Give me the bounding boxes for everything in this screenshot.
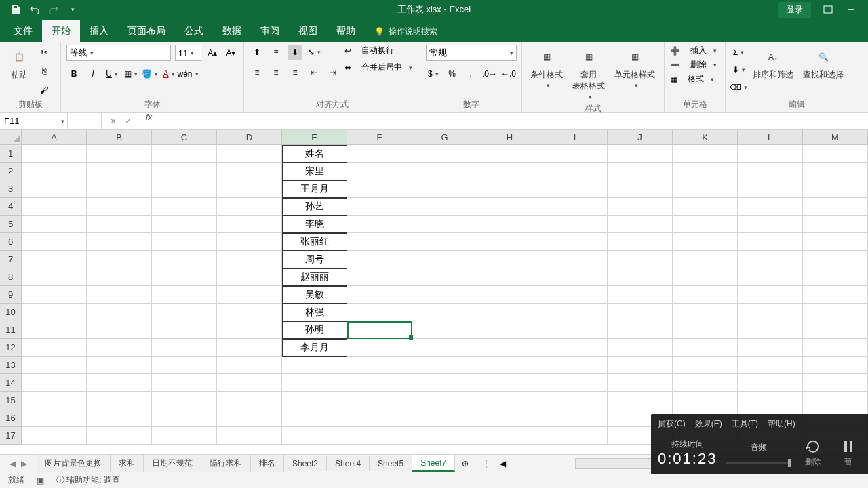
cell[interactable]: 王月月 bbox=[282, 180, 347, 198]
cell[interactable] bbox=[412, 321, 477, 339]
column-header[interactable]: M bbox=[803, 130, 868, 144]
cell[interactable] bbox=[87, 339, 152, 357]
cell[interactable] bbox=[217, 233, 282, 251]
cell[interactable] bbox=[152, 409, 217, 427]
sort-filter-button[interactable]: A↓排序和筛选 bbox=[750, 45, 796, 82]
cell[interactable] bbox=[282, 427, 347, 445]
font-size-combo[interactable]: 11▾ bbox=[175, 45, 201, 61]
increase-decimal-icon[interactable]: .0→ bbox=[482, 66, 497, 81]
cell[interactable] bbox=[673, 339, 738, 357]
cell[interactable] bbox=[22, 268, 87, 286]
format-as-table-button[interactable]: ▦套用 表格格式▾ bbox=[570, 45, 608, 102]
cell[interactable] bbox=[738, 357, 803, 374]
cell[interactable] bbox=[152, 427, 217, 445]
cell[interactable] bbox=[412, 409, 477, 427]
sheet-tab[interactable]: 日期不规范 bbox=[144, 455, 201, 472]
paste-button[interactable]: 📋 粘贴 bbox=[5, 45, 33, 82]
cell[interactable] bbox=[217, 163, 282, 180]
cell[interactable] bbox=[87, 233, 152, 251]
cell[interactable] bbox=[22, 357, 87, 374]
cell[interactable] bbox=[22, 409, 87, 427]
cell[interactable] bbox=[412, 216, 477, 233]
cell[interactable] bbox=[217, 216, 282, 233]
column-header[interactable]: A bbox=[22, 130, 87, 144]
cell[interactable] bbox=[347, 374, 412, 392]
cell[interactable] bbox=[673, 233, 738, 251]
conditional-format-button[interactable]: ▦条件格式▾ bbox=[528, 45, 566, 90]
cell[interactable] bbox=[217, 339, 282, 357]
cell[interactable] bbox=[542, 374, 608, 392]
cell[interactable] bbox=[152, 198, 217, 216]
cell[interactable] bbox=[22, 339, 87, 357]
cell[interactable] bbox=[542, 286, 608, 304]
cell[interactable] bbox=[412, 233, 477, 251]
cell[interactable] bbox=[152, 321, 217, 339]
cell[interactable] bbox=[477, 409, 542, 427]
cell[interactable] bbox=[87, 251, 152, 268]
cell[interactable] bbox=[673, 180, 738, 198]
minimize-icon[interactable] bbox=[845, 3, 857, 16]
cell[interactable] bbox=[803, 198, 868, 216]
cell[interactable] bbox=[412, 180, 477, 198]
cell[interactable] bbox=[22, 374, 87, 392]
cell[interactable] bbox=[152, 339, 217, 357]
bold-button[interactable]: B bbox=[66, 66, 81, 81]
sheet-tab[interactable]: Sheet2 bbox=[284, 456, 327, 471]
align-right-icon[interactable]: ≡ bbox=[288, 65, 302, 80]
cell[interactable] bbox=[22, 286, 87, 304]
cell[interactable]: 宋里 bbox=[282, 163, 347, 180]
cell[interactable]: 李晓 bbox=[282, 216, 347, 233]
cell[interactable] bbox=[673, 392, 738, 409]
row-header[interactable]: 17 bbox=[0, 427, 22, 445]
cell[interactable] bbox=[87, 374, 152, 392]
cell[interactable] bbox=[347, 392, 412, 409]
cell[interactable] bbox=[477, 198, 542, 216]
cell[interactable] bbox=[608, 374, 673, 392]
recorder-menu-help[interactable]: 帮助(H) bbox=[768, 418, 795, 430]
cell[interactable] bbox=[803, 216, 868, 233]
cell[interactable] bbox=[803, 145, 868, 163]
increase-indent-icon[interactable]: ⇥ bbox=[326, 65, 340, 80]
cell[interactable] bbox=[152, 233, 217, 251]
cell[interactable] bbox=[477, 268, 542, 286]
cell[interactable] bbox=[542, 145, 608, 163]
cell[interactable] bbox=[347, 339, 412, 357]
row-header[interactable]: 13 bbox=[0, 357, 22, 374]
cell[interactable] bbox=[803, 304, 868, 321]
select-all-corner[interactable] bbox=[0, 130, 22, 144]
cell[interactable] bbox=[542, 233, 608, 251]
cell[interactable] bbox=[87, 357, 152, 374]
cell[interactable] bbox=[608, 180, 673, 198]
cell[interactable] bbox=[608, 339, 673, 357]
cell[interactable] bbox=[22, 198, 87, 216]
cell[interactable] bbox=[412, 145, 477, 163]
cell[interactable] bbox=[803, 286, 868, 304]
cell[interactable] bbox=[412, 392, 477, 409]
tab-view[interactable]: 视图 bbox=[289, 20, 327, 42]
undo-icon[interactable] bbox=[28, 3, 41, 16]
cell[interactable] bbox=[477, 216, 542, 233]
tab-data[interactable]: 数据 bbox=[213, 20, 251, 42]
decrease-decimal-icon[interactable]: ←.0 bbox=[501, 66, 516, 81]
cell[interactable] bbox=[477, 286, 542, 304]
cell[interactable] bbox=[282, 392, 347, 409]
cell[interactable] bbox=[673, 198, 738, 216]
cell[interactable] bbox=[673, 251, 738, 268]
font-name-combo[interactable]: 等线▾ bbox=[66, 45, 171, 61]
cell[interactable] bbox=[608, 357, 673, 374]
cell[interactable] bbox=[738, 216, 803, 233]
row-header[interactable]: 10 bbox=[0, 304, 22, 321]
cell[interactable] bbox=[608, 286, 673, 304]
recorder-pause-button[interactable]: 暂 bbox=[835, 439, 861, 468]
cell[interactable] bbox=[608, 216, 673, 233]
cell[interactable] bbox=[673, 357, 738, 374]
cell[interactable] bbox=[542, 304, 608, 321]
percent-icon[interactable]: % bbox=[445, 66, 460, 81]
cell[interactable] bbox=[608, 233, 673, 251]
cell[interactable] bbox=[673, 216, 738, 233]
column-header[interactable]: L bbox=[738, 130, 803, 144]
cell[interactable] bbox=[412, 339, 477, 357]
cell[interactable] bbox=[87, 145, 152, 163]
cell[interactable] bbox=[217, 180, 282, 198]
cell[interactable] bbox=[803, 321, 868, 339]
